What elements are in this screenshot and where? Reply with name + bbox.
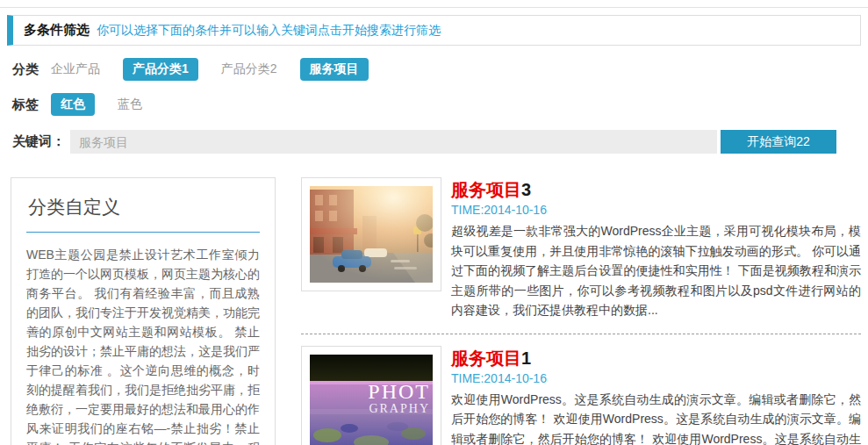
result-body-2: 服务项目1 TIME:2014-10-16 欢迎使用WordPress。这是系统…: [451, 346, 861, 445]
result-item-2: PHOT GRAPHY 服务项目1 TIME:2014-10-16 欢迎使用Wo…: [301, 346, 861, 445]
dashed-divider-1: [301, 334, 861, 334]
filter-header-title: 多条件筛选: [24, 22, 90, 39]
tag-label: 标签: [12, 97, 51, 113]
tag-option-2[interactable]: 蓝色: [118, 93, 142, 116]
search-button[interactable]: 开始查询22: [721, 130, 836, 154]
post-title-2[interactable]: 服务项目1: [451, 348, 861, 369]
tag-option-1-selected[interactable]: 红色: [51, 93, 95, 116]
category-option-1[interactable]: 企业产品: [51, 58, 100, 81]
post-title-number: 3: [521, 180, 531, 199]
lavender-field-image: PHOT GRAPHY: [310, 355, 433, 445]
sidebar-widget-title: 分类自定义: [26, 193, 260, 233]
category-option-2-selected[interactable]: 产品分类1: [123, 58, 198, 81]
top-divider: [0, 7, 868, 8]
category-option-3[interactable]: 产品分类2: [221, 58, 277, 81]
thumbnail-overlay-line1: PHOT: [368, 380, 430, 403]
result-item-1: 服务项目3 TIME:2014-10-16 超级视差是一款非常强大的WordPr…: [301, 177, 861, 320]
category-option-4-selected[interactable]: 服务项目: [300, 58, 369, 81]
category-label: 分类: [12, 61, 51, 78]
post-excerpt-1: 超级视差是一款非常强大的WordPress企业主题，采用可视化模块布局，模块可以…: [451, 221, 861, 320]
sidebar-widget-text: WEB主题公园是禁止设计艺术工作室倾力打造的一个以网页模板，网页主题为核心的商务…: [26, 245, 260, 445]
results-list: 服务项目3 TIME:2014-10-16 超级视差是一款非常强大的WordPr…: [301, 177, 868, 445]
post-thumbnail-2[interactable]: PHOT GRAPHY: [301, 346, 441, 445]
post-thumbnail-1[interactable]: [301, 177, 441, 291]
post-date-2: TIME:2014-10-16: [451, 371, 861, 385]
post-title-text: 服务项目: [451, 180, 521, 199]
main-content: 分类自定义 WEB主题公园是禁止设计艺术工作室倾力打造的一个以网页模板，网页主题…: [0, 177, 868, 445]
keyword-label: 关键词：: [12, 133, 65, 150]
thumbnail-overlay-line2: GRAPHY: [369, 402, 430, 415]
street-scene-image: [310, 186, 433, 283]
sidebar-category-widget: 分类自定义 WEB主题公园是禁止设计艺术工作室倾力打造的一个以网页模板，网页主题…: [11, 177, 276, 445]
post-title-text: 服务项目: [451, 348, 521, 368]
post-excerpt-2: 欢迎使用WordPress。这是系统自动生成的演示文章。编辑或者删除它，然后开始…: [451, 390, 861, 445]
filter-header-subtitle: 你可以选择下面的条件并可以输入关键词点击开始搜索进行筛选: [97, 23, 441, 39]
keyword-input[interactable]: [70, 130, 717, 154]
category-filter-row: 分类 企业产品 产品分类1 产品分类2 服务项目: [12, 58, 868, 81]
result-body-1: 服务项目3 TIME:2014-10-16 超级视差是一款非常强大的WordPr…: [451, 177, 861, 320]
keyword-row: 关键词： 开始查询22: [12, 130, 868, 154]
post-title-1[interactable]: 服务项目3: [451, 179, 861, 200]
post-title-number: 1: [521, 348, 531, 368]
filter-header: 多条件筛选 你可以选择下面的条件并可以输入关键词点击开始搜索进行筛选: [7, 15, 861, 46]
tag-filter-row: 标签 红色 蓝色: [12, 93, 868, 116]
post-date-1: TIME:2014-10-16: [451, 203, 861, 217]
